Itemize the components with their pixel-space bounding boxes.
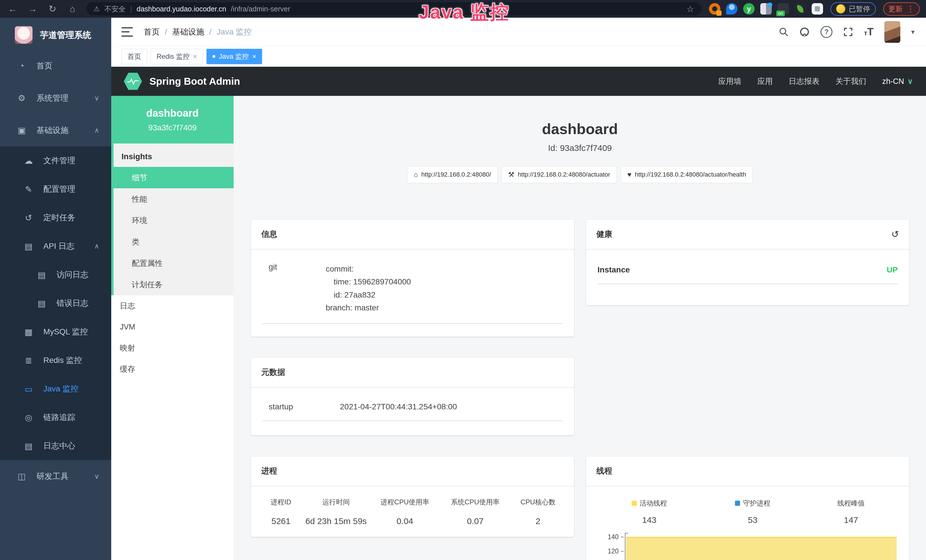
git-info-row: git commit: time: 1596289704000 id: 27aa… (262, 262, 563, 314)
security-label[interactable]: 不安全 (104, 4, 126, 14)
sba-nav-applications[interactable]: 应用 (757, 76, 773, 86)
security-warning-icon[interactable]: ⚠ (94, 5, 100, 13)
health-url-button[interactable]: ♥ http://192.168.0.2:48080/actuator/heal… (621, 166, 753, 183)
browser-back-icon[interactable]: ← (6, 4, 19, 14)
sidebar-item-mysql-monitor[interactable]: ▦ MySQL 监控 (0, 318, 111, 346)
sidebar-item-devtools[interactable]: ◫ 研发工具 ∨ (0, 460, 111, 492)
breadcrumb-infra[interactable]: 基础设施 (172, 27, 204, 37)
cards-grid: 信息 git commit: time: 1596289704000 id: 2… (251, 219, 909, 560)
sba-sidebar-item-config-props[interactable]: 配置属性 (113, 253, 234, 274)
health-instance-row[interactable]: Instance UP (598, 265, 898, 274)
sidebar-item-tracing[interactable]: ◎ 链路追踪 (0, 403, 111, 431)
sidebar-item-home[interactable]: ◔ 首页 (0, 50, 111, 82)
startup-row: startup 2021-04-27T00:44:31.254+08:00 (262, 402, 563, 412)
sba-sidebar-item-jvm[interactable]: JVM (111, 316, 234, 338)
instance-header[interactable]: dashboard 93a3fc7f7409 (111, 96, 234, 144)
sba-instance-sidebar: dashboard 93a3fc7f7409 Insights 细节 性能 环境… (111, 96, 234, 560)
git-time-line: time: 1596289704000 (326, 275, 411, 288)
tab-close-icon[interactable]: × (252, 53, 256, 61)
sba-sidebar-item-mappings[interactable]: 映射 (111, 338, 234, 359)
chevron-down-icon: ∨ (94, 94, 99, 102)
sba-locale-value: zh-CN (882, 77, 904, 86)
address-bar[interactable]: ⚠ 不安全 | dashboard.yudao.iocoder.cn/infra… (86, 2, 702, 15)
sba-sidebar-item-scheduled-tasks[interactable]: 计划任务 (113, 274, 234, 295)
legend-daemon-threads: 守护进程 (735, 499, 770, 508)
screen: ← → ↻ ⌂ ⚠ 不安全 | dashboard.yudao.iocoder.… (0, 0, 926, 560)
sidebar-item-scheduled-job[interactable]: ↺ 定时任务 (0, 203, 111, 232)
sidebar-item-api-log[interactable]: ▤ API 日志 ∧ (0, 232, 111, 260)
sidebar-item-access-log[interactable]: ▤ 访问日志 (0, 260, 111, 289)
tab-redis-monitor[interactable]: Redis 监控 × (151, 49, 203, 64)
sidebar-item-log-center[interactable]: ▤ 日志中心 (0, 431, 111, 460)
history-clock-icon[interactable]: ↺ (891, 229, 899, 240)
process-uptime-value: 6d 23h 15m 59s (302, 516, 369, 526)
url-path[interactable]: /infra/admin-server (231, 5, 290, 13)
browser-forward-icon[interactable]: → (26, 4, 39, 14)
tab-label: Java 监控 (219, 52, 249, 61)
actuator-url-button[interactable]: ⚒ http://192.168.0.2:48080/actuator (502, 166, 617, 183)
sidebar-item-redis-monitor[interactable]: ≣ Redis 监控 (0, 346, 111, 375)
card-title: 进程 (261, 466, 277, 477)
process-card-header: 进程 (251, 456, 574, 486)
sba-sidebar-item-logs[interactable]: 日志 (111, 295, 234, 316)
sba-navbar: Spring Boot Admin 应用墙 应用 日志报表 关于我们 zh-CN… (111, 67, 926, 96)
github-icon[interactable] (799, 27, 809, 37)
extension-icon[interactable] (709, 3, 720, 15)
tab-close-icon[interactable]: × (193, 53, 197, 61)
sidebar-item-label: 链路追踪 (43, 412, 75, 423)
font-size-icon[interactable]: тT (864, 26, 873, 38)
sba-nav-journal[interactable]: 日志报表 (788, 76, 819, 86)
sidebar-item-java-monitor[interactable]: ▭ Java 监控 (0, 375, 111, 403)
info-card-header: 信息 (251, 219, 574, 249)
extension-icon[interactable] (743, 3, 755, 15)
url-host[interactable]: dashboard.yudao.iocoder.cn (136, 5, 226, 13)
browser-menu-icon[interactable]: ⋮ (906, 4, 915, 14)
sidebar-item-file-manage[interactable]: ☁ 文件管理 (0, 146, 111, 175)
browser-reload-icon[interactable]: ↻ (46, 3, 59, 14)
sidebar-collapse-icon[interactable] (121, 27, 133, 37)
update-button[interactable]: 更新 ⋮ (883, 2, 920, 16)
process-cpu-value: 0.04 (369, 516, 440, 526)
sba-brand[interactable]: Spring Boot Admin (124, 72, 240, 91)
extension-icon[interactable] (726, 3, 737, 15)
extension-icon[interactable] (778, 3, 789, 15)
extensions-puzzle-icon[interactable] (812, 3, 823, 15)
tab-java-monitor[interactable]: Java 监控 × (206, 49, 262, 64)
extension-icon[interactable] (760, 3, 772, 15)
sidebar-item-config-manage[interactable]: ✎ 配置管理 (0, 175, 111, 203)
paused-badge[interactable]: 已暂停 (831, 2, 876, 16)
sba-sidebar-item-classes[interactable]: 类 (113, 231, 234, 253)
sidebar-item-error-log[interactable]: ▤ 错误日志 (0, 289, 111, 318)
fullscreen-icon[interactable] (843, 27, 853, 37)
sba-sidebar-item-metrics[interactable]: 性能 (113, 188, 234, 210)
sidebar-item-system[interactable]: ⚙ 系统管理 ∨ (0, 82, 111, 114)
sba-sidebar-item-environment[interactable]: 环境 (113, 210, 234, 231)
instance-links: ⌂ http://192.168.0.2:48080/ ⚒ http://192… (234, 166, 926, 183)
service-url-button[interactable]: ⌂ http://192.168.0.2:48080/ (407, 166, 498, 183)
extension-icon[interactable] (794, 3, 806, 15)
sba-nav-about[interactable]: 关于我们 (835, 76, 866, 86)
extensions-tray (709, 3, 823, 15)
bookmark-star-icon[interactable]: ☆ (687, 4, 694, 14)
browser-home-icon[interactable]: ⌂ (66, 4, 79, 14)
log-icon: ▤ (23, 441, 34, 451)
heart-icon: ♥ (627, 171, 631, 179)
info-card: 信息 git commit: time: 1596289704000 id: 2… (251, 219, 574, 337)
sba-locale-select[interactable]: zh-CN ∨ (882, 77, 913, 86)
sba-sidebar-item-details[interactable]: 细节 (111, 167, 234, 188)
row-divider (262, 421, 563, 421)
user-menu-caret-icon[interactable]: ▾ (911, 28, 915, 36)
avatar[interactable] (884, 21, 900, 43)
search-icon[interactable] (779, 27, 788, 37)
tab-home[interactable]: 首页 (121, 49, 147, 64)
chart-plot-area (625, 533, 897, 560)
breadcrumb-home[interactable]: 首页 (144, 27, 160, 37)
tab-label: 首页 (127, 52, 141, 61)
sidebar-item-label: 首页 (36, 61, 53, 71)
sidebar-item-label: 错误日志 (56, 298, 88, 309)
sba-sidebar-item-caches[interactable]: 缓存 (111, 359, 234, 380)
sba-nav-wallboard[interactable]: 应用墙 (718, 76, 741, 86)
sidebar-item-infra[interactable]: ▣ 基础设施 ∧ (0, 114, 111, 146)
git-branch-line: branch: master (326, 301, 411, 314)
help-icon[interactable]: ? (820, 26, 832, 38)
